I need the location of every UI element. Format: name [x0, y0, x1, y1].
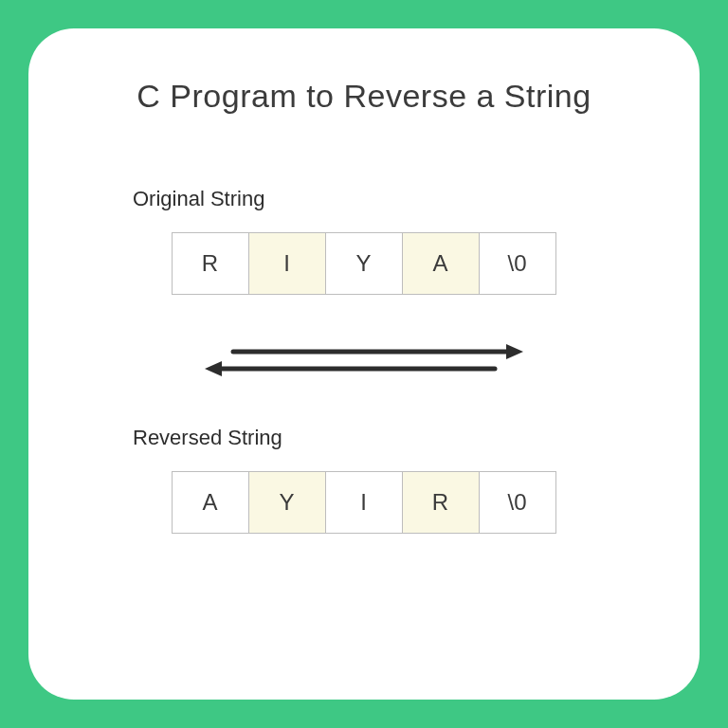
cell: R: [402, 471, 480, 534]
original-cells: R I Y A \0: [66, 232, 662, 295]
svg-marker-1: [506, 344, 523, 359]
cell: \0: [479, 471, 556, 534]
page-title: C Program to Reverse a String: [66, 78, 662, 115]
cell: R: [172, 232, 249, 295]
cell: I: [248, 232, 326, 295]
cell: I: [325, 471, 403, 534]
cell: Y: [325, 232, 403, 295]
original-label: Original String: [133, 187, 662, 211]
reversed-cells: A Y I R \0: [66, 471, 662, 534]
cell: A: [172, 471, 249, 534]
cell: \0: [479, 232, 556, 295]
card: C Program to Reverse a String Original S…: [28, 28, 700, 700]
cell: Y: [248, 471, 326, 534]
cell: A: [402, 232, 480, 295]
swap-arrows-icon: [66, 337, 662, 384]
svg-marker-3: [205, 361, 222, 376]
reversed-label: Reversed String: [133, 426, 662, 450]
